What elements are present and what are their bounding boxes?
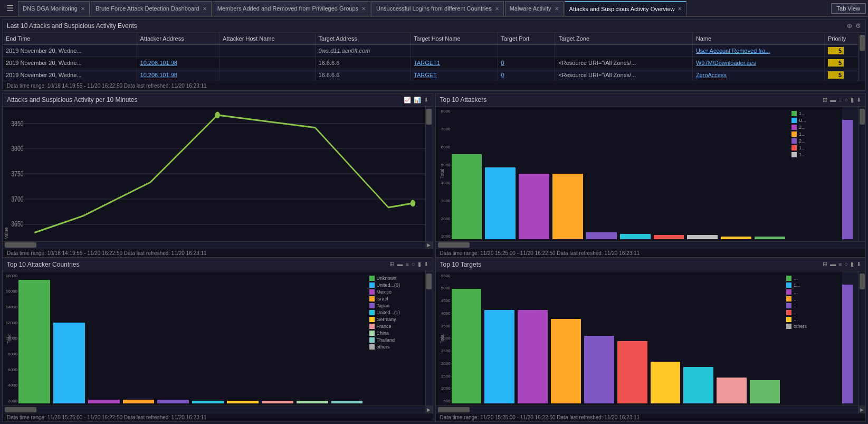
- cell-target-port: [498, 45, 555, 57]
- bar-chart-icon-t[interactable]: ▬: [830, 261, 836, 268]
- download2-icon[interactable]: ⬇: [856, 97, 861, 103]
- col-attacker-host: Attacker Host Name: [220, 33, 315, 45]
- chart-countries-data-time: Data time range: 11/20 15:25:00 - 11/20 …: [3, 413, 433, 421]
- bar-h-icon-t[interactable]: ▮: [851, 261, 854, 268]
- cell-target-addr: 16.6.6.6: [315, 69, 411, 81]
- line-chart-icon[interactable]: 📈: [404, 97, 411, 103]
- legend-item-5: 2...: [791, 138, 840, 144]
- countries-bar-area: [3, 271, 367, 406]
- table-header-row: End Time Attacker Address Attacker Host …: [3, 33, 865, 45]
- list-icon[interactable]: ≡: [838, 97, 842, 103]
- tab-dns-dga[interactable]: DNS DGA Monitoring ✕: [18, 1, 90, 16]
- circle-icon-c[interactable]: ○: [412, 261, 415, 268]
- svg-text:3750: 3750: [11, 169, 23, 178]
- tab-attacks-overview[interactable]: Attacks and Suspicious Activity Overview…: [565, 1, 687, 16]
- legend-country-3: Mexico: [369, 289, 423, 295]
- cell-target-port: 0: [498, 57, 555, 69]
- chart-attackers-title: Top 10 Attackers ⊞ ▬ ≡ ○ ▮ ⬇: [436, 93, 866, 107]
- cell-target-addr: 16.6.6.6: [315, 57, 411, 69]
- chart-targets-vscroll[interactable]: [858, 271, 865, 406]
- y-axis-label: Value: [3, 107, 10, 241]
- download-icon-t[interactable]: ⬇: [856, 261, 861, 268]
- tab-view-button[interactable]: Tab View: [831, 3, 866, 14]
- cell-target-port: 0: [498, 69, 555, 81]
- bar-h-icon[interactable]: ▮: [851, 97, 854, 103]
- col-attacker-addr: Attacker Address: [137, 33, 220, 45]
- country-bar-1: [18, 274, 50, 404]
- close-tab-attacks[interactable]: ✕: [678, 6, 682, 12]
- chart-attackers-hscroll[interactable]: [436, 241, 866, 249]
- chart-attacks-title: Attacks and Suspicious Activity per 10 M…: [3, 93, 433, 107]
- hamburger-icon[interactable]: ☰: [2, 3, 18, 13]
- hscroll-end[interactable]: ▶: [425, 241, 433, 249]
- cell-attacker-addr: 10.206.101.98: [137, 69, 220, 81]
- table-vscroll[interactable]: [858, 33, 865, 81]
- bar-h-icon-c[interactable]: ▮: [418, 261, 421, 268]
- close-tab-members[interactable]: ✕: [361, 6, 366, 12]
- legend-target-5: ...: [786, 303, 840, 308]
- svg-text:3850: 3850: [11, 119, 23, 128]
- legend-country-6: United...(1): [369, 310, 423, 315]
- circle-icon-t[interactable]: ○: [844, 261, 848, 268]
- legend-country-others: others: [369, 344, 423, 350]
- country-bar-8: [262, 274, 293, 404]
- cell-attacker-addr: [137, 45, 220, 57]
- grid-icon-t[interactable]: ⊞: [823, 261, 827, 268]
- legend-country-7: Germany: [369, 317, 423, 322]
- chart-attacks-body: Value 3850 3800 3750 3700 365: [3, 107, 433, 241]
- download-icon-c[interactable]: ⬇: [424, 261, 428, 268]
- target-bar-1: [452, 274, 482, 404]
- close-tab-logins[interactable]: ✕: [495, 6, 499, 12]
- bar-chart-icon-c[interactable]: ▬: [397, 261, 403, 268]
- bar-item-10: [755, 109, 785, 239]
- chart-targets-data-time: Data time range: 11/20 15:25:00 - 11/20 …: [436, 413, 866, 421]
- legend-target-2: 1...: [786, 282, 840, 288]
- chart-targets-hscroll[interactable]: ▶: [436, 406, 866, 413]
- cell-target-host: TARGET: [411, 69, 498, 81]
- svg-point-11: [411, 200, 415, 207]
- legend-target-1: ...: [786, 276, 840, 281]
- legend-target-6: ...: [786, 310, 840, 315]
- chart-attacks-vscroll[interactable]: [425, 107, 433, 241]
- chart-countries-hscroll[interactable]: ▶: [3, 406, 433, 413]
- hscroll-countries-end[interactable]: ▶: [425, 406, 433, 413]
- legend-country-5: Japan: [369, 303, 423, 308]
- cell-target-zone: <Resource URI="/All Zones/...: [555, 57, 693, 69]
- grid-icon[interactable]: ⊞: [823, 97, 827, 103]
- legend-target-3: ...: [786, 289, 840, 295]
- country-bar-3: [88, 274, 120, 404]
- zoom-in-icon[interactable]: ⊕: [847, 22, 852, 30]
- download-icon[interactable]: ⬇: [424, 97, 428, 103]
- hscroll-targets-end[interactable]: ▶: [858, 406, 865, 413]
- cell-name: User Account Removed fro...: [692, 45, 824, 57]
- tab-brute-force[interactable]: Brute Force Attack Detection Dashboard ✕: [91, 1, 212, 16]
- charts-row2: Top 10 Attacker Countries ⊞ ▬ ≡ ○ ▮ ⬇ 18…: [2, 258, 866, 422]
- tab-members[interactable]: Members Added and Removed from Privilege…: [213, 1, 370, 16]
- cell-attacker-host: [220, 57, 315, 69]
- attackers-highlight: [842, 107, 858, 241]
- chart-countries-vscroll[interactable]: [425, 271, 433, 406]
- close-tab-dns[interactable]: ✕: [81, 6, 85, 12]
- tab-logins[interactable]: Unsuccessful Logins from different Count…: [371, 1, 504, 16]
- tab-malware[interactable]: Malware Activity ✕: [505, 1, 564, 16]
- list-icon-t[interactable]: ≡: [838, 261, 842, 268]
- close-tab-brute[interactable]: ✕: [203, 6, 207, 12]
- close-tab-malware[interactable]: ✕: [555, 6, 559, 12]
- events-data-time: Data time range: 10/18 14:19:55 - 11/20 …: [3, 81, 865, 90]
- bar-chart-icon[interactable]: 📊: [414, 97, 421, 103]
- chart-countries-body: 18000 16000 14000 12000 10000 8000 6000 …: [3, 271, 433, 406]
- chart-attackers-body: 8000 7000 6000 5000 4000 3000 2000 1000 …: [436, 107, 866, 241]
- bar-item-2: [485, 109, 516, 239]
- cell-target-host: TARGET1: [411, 57, 498, 69]
- legend-country-10: Thailand: [369, 337, 423, 343]
- cell-target-addr: 0ws.d11.acn0ft.com: [315, 45, 411, 57]
- svg-text:3700: 3700: [11, 195, 23, 203]
- circle-icon[interactable]: ○: [844, 97, 848, 103]
- chart-attackers-vscroll[interactable]: [858, 107, 865, 241]
- grid-icon-c[interactable]: ⊞: [389, 261, 394, 268]
- settings-icon[interactable]: ⚙: [855, 22, 861, 30]
- bar-chart2-icon[interactable]: ▬: [830, 97, 836, 103]
- list-icon-c[interactable]: ≡: [405, 261, 408, 268]
- col-end-time: End Time: [3, 33, 137, 45]
- chart-attacks-hscroll[interactable]: ▶: [3, 241, 433, 249]
